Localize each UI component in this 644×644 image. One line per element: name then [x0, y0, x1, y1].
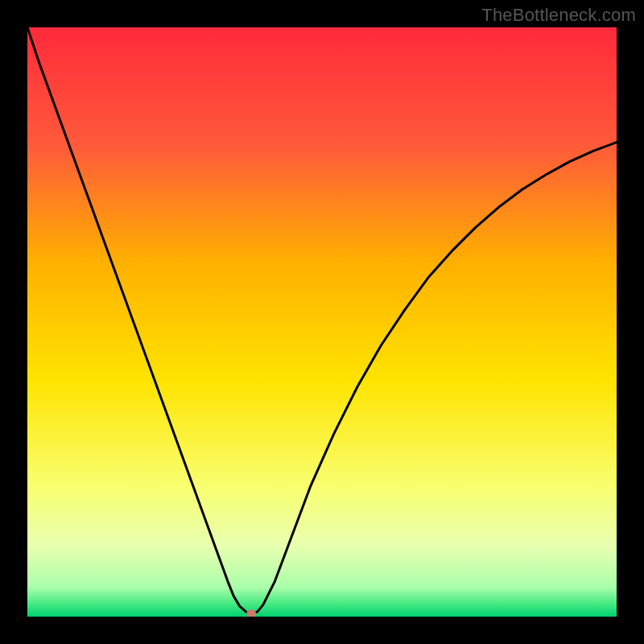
chart-plot-area	[27, 27, 617, 617]
chart-frame: TheBottleneck.com	[0, 0, 644, 644]
watermark-text: TheBottleneck.com	[481, 5, 636, 26]
chart-svg	[27, 27, 617, 617]
chart-background	[27, 27, 617, 617]
